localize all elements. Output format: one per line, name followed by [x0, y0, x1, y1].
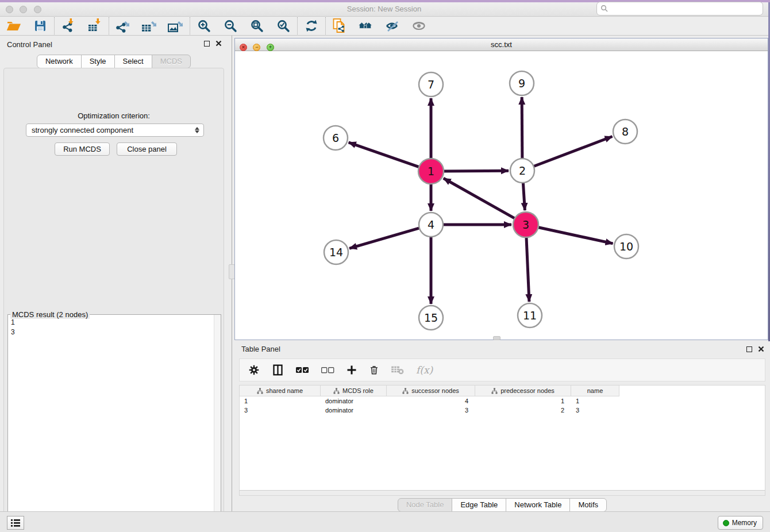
table-cell[interactable]: 3: [387, 406, 475, 415]
network-canvas[interactable]: 7 9 6 8 1 2 4 3 14 10 15 11: [235, 51, 768, 340]
graph-node-label-2: 2: [519, 164, 526, 177]
table-cell[interactable]: 1: [571, 396, 619, 406]
table-panel-close-icon[interactable]: [758, 346, 764, 352]
delete-column-button[interactable]: [369, 364, 379, 376]
add-column-button[interactable]: [346, 364, 357, 376]
deselect-all-icon: [321, 366, 334, 374]
search-box[interactable]: [596, 2, 763, 16]
graph-node-label-8: 8: [622, 125, 629, 138]
table-tab-node-table[interactable]: Node Table: [398, 498, 453, 512]
status-bar: Memory: [0, 511, 770, 532]
tab-mcds[interactable]: MCDS: [152, 55, 191, 68]
tab-style[interactable]: Style: [81, 55, 115, 68]
network-window-titlebar[interactable]: × − + scc.txt: [235, 38, 768, 51]
run-mcds-button[interactable]: Run MCDS: [55, 142, 110, 156]
table-settings-icon: [248, 364, 260, 376]
horizontal-splitter-grip[interactable]: [493, 336, 500, 340]
table-cell[interactable]: 1: [475, 396, 571, 406]
show-all-button[interactable]: [411, 18, 427, 34]
import-network-icon: [61, 18, 76, 33]
mcds-result-text[interactable]: 1 3: [9, 317, 213, 530]
import-network-button[interactable]: [60, 18, 76, 34]
first-neighbors-button[interactable]: [358, 18, 374, 34]
graph-node-label-15: 15: [424, 311, 438, 324]
toggle-columns-button[interactable]: [272, 364, 284, 376]
close-panel-button[interactable]: Close panel: [117, 142, 177, 156]
table-cell[interactable]: dominator: [321, 396, 387, 406]
table-panel-title: Table Panel: [241, 345, 280, 353]
graph-edge-2-3[interactable]: [523, 182, 525, 210]
mcds-result-scrollbar[interactable]: [214, 315, 221, 531]
table-scroll-strip[interactable]: [239, 490, 765, 496]
control-panel-title: Control Panel: [7, 40, 52, 49]
search-input[interactable]: [609, 3, 763, 14]
network-window-title: scc.txt: [235, 40, 768, 49]
export-table-icon: [141, 18, 157, 33]
graph-edge-1-6[interactable]: [349, 142, 421, 168]
table-cell[interactable]: 3: [571, 406, 619, 415]
function-builder-button: f(x): [416, 364, 433, 376]
graph-edge-4-14[interactable]: [349, 228, 421, 248]
toolbar-group: [326, 18, 433, 34]
add-column-icon: [346, 364, 357, 376]
table-tab-network-table[interactable]: Network Table: [506, 498, 570, 512]
graph-edge-1-2[interactable]: [442, 171, 509, 171]
table-tab-motifs[interactable]: Motifs: [569, 498, 607, 512]
table-cell[interactable]: 1: [240, 396, 321, 406]
control-panel-close-icon[interactable]: [215, 40, 222, 47]
tab-network[interactable]: Network: [37, 55, 82, 68]
first-neighbors-icon: [358, 19, 374, 33]
column-header-label: shared name: [266, 387, 303, 394]
column-header-successor-nodes[interactable]: successor nodes: [387, 385, 475, 396]
zoom-selected-button[interactable]: [275, 18, 291, 34]
table-cell[interactable]: dominator: [321, 406, 387, 415]
graph-edge-3-1[interactable]: [444, 178, 517, 219]
save-session-button[interactable]: [32, 18, 48, 34]
optimization-criterion-value: strongly connected component: [32, 126, 133, 134]
zoom-in-button[interactable]: [196, 18, 212, 34]
refresh-layout-button[interactable]: [303, 18, 319, 34]
open-file-icon: [6, 19, 21, 33]
show-all-icon: [411, 19, 426, 33]
graph-edge-3-10[interactable]: [537, 227, 613, 244]
control-panel-float-icon[interactable]: [204, 41, 210, 47]
column-header-predecessor-nodes[interactable]: predecessor nodes: [475, 385, 571, 396]
select-all-button[interactable]: [295, 366, 309, 374]
column-namespace-icon: [257, 388, 263, 394]
table-panel-float-icon[interactable]: [746, 346, 752, 352]
column-header-MCDS-role[interactable]: MCDS role: [321, 385, 387, 396]
new-network-from-selection-button[interactable]: [332, 18, 348, 34]
table-cell[interactable]: 4: [387, 396, 475, 406]
task-history-button[interactable]: [7, 516, 24, 530]
deselect-all-button[interactable]: [321, 366, 334, 374]
table-settings-button[interactable]: [248, 364, 260, 376]
graph-node-label-11: 11: [523, 309, 537, 322]
export-network-button[interactable]: [115, 18, 131, 34]
import-table-button[interactable]: [87, 18, 103, 34]
mcds-panel: Optimization criterion: strongly connect…: [3, 68, 224, 532]
table-cell[interactable]: 2: [475, 406, 571, 415]
memory-label: Memory: [732, 519, 757, 527]
graph-edge-2-8[interactable]: [533, 137, 613, 167]
graph-node-label-14: 14: [329, 246, 343, 259]
open-file-button[interactable]: [6, 18, 22, 34]
table-toolbar: f(x): [239, 358, 765, 381]
zoom-out-button[interactable]: [222, 18, 238, 34]
graph-edge-3-11[interactable]: [526, 236, 529, 302]
hide-selected-button[interactable]: [384, 18, 401, 34]
delete-table-icon: [391, 365, 405, 375]
column-header-shared-name[interactable]: shared name: [240, 385, 321, 396]
task-list-icon: [10, 518, 21, 527]
optimization-criterion-select[interactable]: strongly connected component: [26, 124, 204, 137]
table-row: 3dominator323: [240, 406, 765, 415]
zoom-fit-button[interactable]: [249, 18, 265, 34]
table-cell[interactable]: 3: [240, 406, 321, 415]
export-image-button[interactable]: [168, 18, 184, 34]
graph-edge-2-9[interactable]: [522, 97, 522, 160]
table-tab-edge-table[interactable]: Edge Table: [452, 498, 506, 512]
column-header-name[interactable]: name: [571, 385, 619, 396]
tab-select[interactable]: Select: [114, 55, 152, 68]
export-table-button[interactable]: [141, 18, 157, 34]
optimization-criterion-label: Optimization criterion:: [4, 111, 224, 120]
memory-button[interactable]: Memory: [718, 516, 763, 530]
